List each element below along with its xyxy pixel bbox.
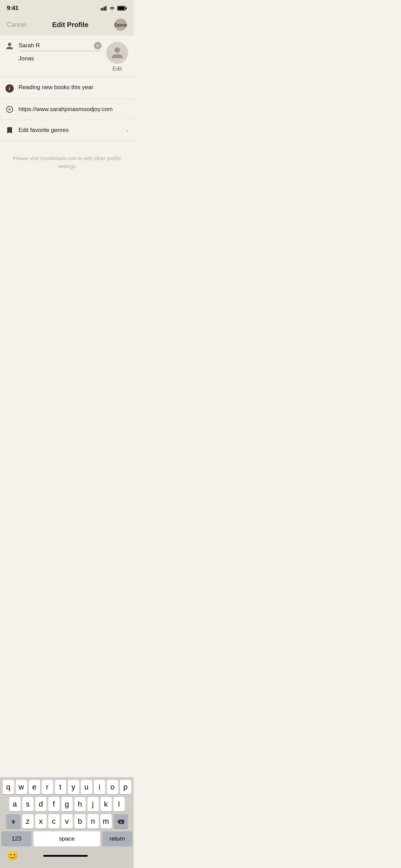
status-icons (101, 6, 127, 11)
genres-text: Edit favorite genres (19, 127, 121, 134)
info-icon: i (5, 84, 14, 93)
name-fields: ✕ Jonas (19, 42, 101, 63)
battery-icon (117, 6, 127, 11)
done-button[interactable]: Done (114, 19, 127, 31)
avatar (106, 42, 128, 64)
clear-name-button[interactable]: ✕ (94, 42, 101, 49)
wifi-icon (109, 6, 115, 11)
chevron-right-icon: › (126, 127, 128, 134)
last-name-text: Jonas (19, 55, 101, 63)
svg-rect-1 (102, 8, 104, 11)
person-icon (5, 42, 14, 50)
name-section: ✕ Jonas Edit (0, 36, 134, 77)
signal-icon (101, 6, 107, 11)
nav-bar: Cancel Edit Profile Done (0, 14, 134, 36)
first-name-input[interactable] (19, 42, 94, 49)
footer-note: Please visit Goodreads.com to edit other… (0, 141, 134, 184)
svg-rect-2 (104, 7, 105, 11)
bookmark-icon (5, 126, 14, 134)
website-text[interactable]: https://www.sarahjonasmoodjoy.com (19, 106, 128, 113)
avatar-placeholder-icon (110, 45, 125, 60)
url-section: https://www.sarahjonasmoodjoy.com (0, 99, 134, 120)
svg-rect-0 (101, 8, 102, 11)
bio-text[interactable]: Reading new books this year (19, 83, 128, 92)
edit-avatar-button[interactable]: Edit (112, 66, 122, 72)
status-bar: 9:41 (0, 0, 134, 14)
status-time: 9:41 (7, 5, 19, 12)
form-content: ✕ Jonas Edit i Reading new books this ye… (0, 36, 134, 184)
svg-rect-5 (118, 7, 125, 10)
bio-section: i Reading new books this year (0, 77, 134, 99)
compass-icon (5, 105, 14, 113)
svg-rect-6 (126, 7, 127, 9)
svg-rect-3 (106, 6, 107, 11)
avatar-section: Edit (106, 42, 128, 72)
genres-section[interactable]: Edit favorite genres › (0, 120, 134, 141)
first-name-row[interactable]: ✕ (19, 42, 101, 51)
page-title: Edit Profile (52, 21, 88, 29)
cancel-button[interactable]: Cancel (7, 21, 26, 28)
